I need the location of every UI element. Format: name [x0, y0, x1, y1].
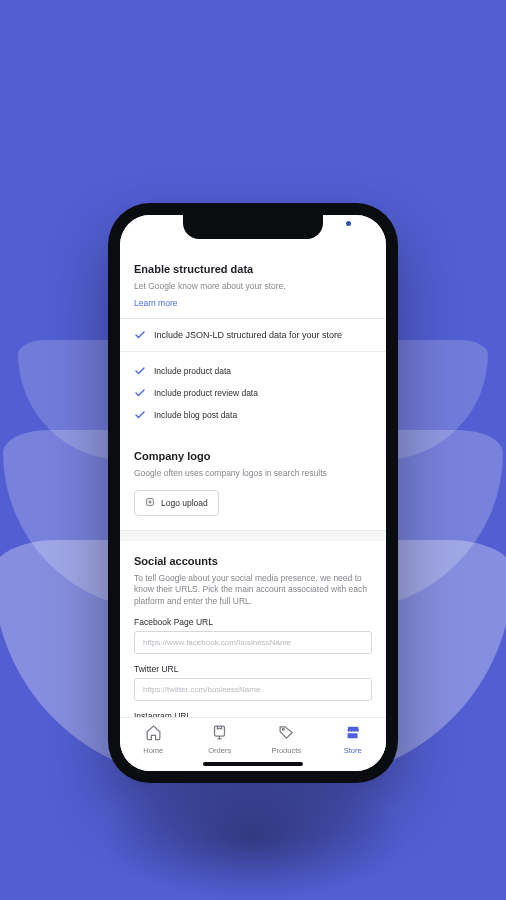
section-company-logo: Company logo Google often uses company l…: [120, 436, 386, 530]
toggle-label: Include product data: [154, 366, 231, 376]
learn-more-link[interactable]: Learn more: [134, 298, 177, 308]
products-icon: [278, 724, 295, 743]
upload-label: Logo upload: [161, 498, 208, 508]
tab-home[interactable]: Home: [120, 718, 187, 761]
tab-store[interactable]: Store: [320, 718, 387, 761]
section-title: Company logo: [134, 450, 372, 462]
section-description: Google often uses company logos in searc…: [134, 468, 372, 479]
tab-label: Home: [143, 746, 163, 755]
toggle-label: Include product review data: [154, 388, 258, 398]
twitter-url-input[interactable]: [134, 678, 372, 701]
section-social-accounts: Social accounts To tell Google about you…: [120, 541, 386, 717]
section-description: Let Google know more about your store.: [134, 281, 372, 292]
twitter-url-label: Twitter URL: [134, 664, 372, 674]
home-icon: [145, 724, 162, 743]
tab-label: Products: [271, 746, 301, 755]
logo-upload-button[interactable]: Logo upload: [134, 490, 219, 516]
toggle-include-blog[interactable]: Include blog post data: [120, 404, 386, 426]
tab-products[interactable]: Products: [253, 718, 320, 761]
facebook-url-input[interactable]: [134, 631, 372, 654]
device-notch: [183, 215, 323, 239]
home-indicator: [203, 762, 303, 766]
svg-point-4: [282, 728, 284, 730]
section-description: To tell Google about your social media p…: [134, 573, 372, 607]
tab-label: Store: [344, 746, 362, 755]
phone-frame: Enable structured data Let Google know m…: [108, 203, 398, 783]
phone-screen: Enable structured data Let Google know m…: [120, 215, 386, 771]
toggle-label: Include blog post data: [154, 410, 237, 420]
facebook-url-label: Facebook Page URL: [134, 617, 372, 627]
section-title: Enable structured data: [134, 263, 372, 275]
toggle-include-review[interactable]: Include product review data: [120, 382, 386, 404]
check-icon: [134, 365, 146, 377]
check-icon: [134, 387, 146, 399]
store-icon: [344, 724, 361, 743]
check-icon: [134, 329, 146, 341]
tab-label: Orders: [208, 746, 231, 755]
toggle-label: Include JSON-LD structured data for your…: [154, 330, 342, 340]
screen-content: Enable structured data Let Google know m…: [120, 215, 386, 717]
upload-icon: [145, 497, 155, 509]
toggle-include-product[interactable]: Include product data: [120, 360, 386, 382]
section-structured-data: Enable structured data Let Google know m…: [120, 249, 386, 319]
section-title: Social accounts: [134, 555, 372, 567]
orders-icon: [211, 724, 228, 743]
toggle-include-jsonld[interactable]: Include JSON-LD structured data for your…: [120, 319, 386, 352]
tab-orders[interactable]: Orders: [187, 718, 254, 761]
check-icon: [134, 409, 146, 421]
